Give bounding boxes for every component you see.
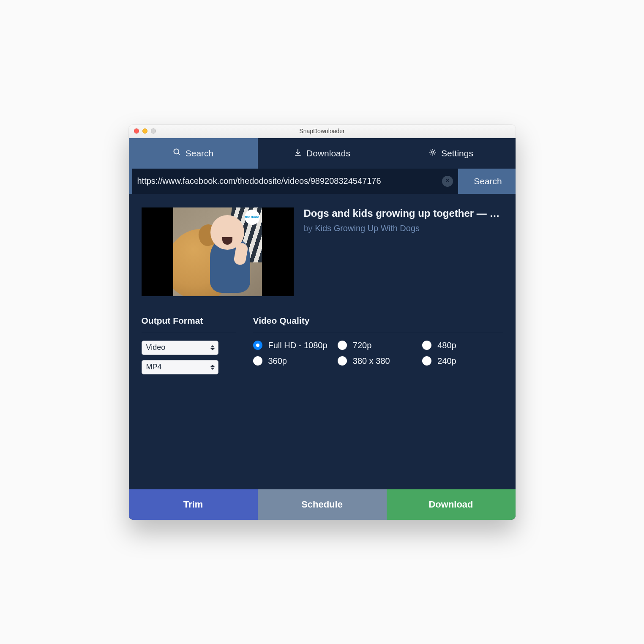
main-tabs: Search Downloads Settings [129,138,516,169]
output-format-column: Output Format Video MP4 [142,316,236,379]
quality-option[interactable]: 380 x 380 [338,356,418,366]
clear-url-button[interactable] [442,176,453,187]
trim-button[interactable]: Trim [129,489,258,520]
format-container-select[interactable]: MP4 [142,360,218,374]
tab-search[interactable]: Search [129,138,258,169]
quality-option-label: 380 x 380 [353,356,390,366]
search-button-label: Search [474,176,502,186]
trim-button-label: Trim [183,499,203,510]
format-type-select[interactable]: Video [142,341,218,355]
tab-settings[interactable]: Settings [387,138,516,169]
video-quality-heading: Video Quality [253,316,503,332]
quality-option[interactable]: Full HD - 1080p [253,341,333,350]
tab-downloads-label: Downloads [306,148,350,158]
svg-line-1 [178,153,180,155]
quality-option[interactable]: 480p [422,341,502,350]
maximize-window-button[interactable] [151,128,156,134]
app-body: Search the dodo [129,169,516,520]
quality-option-label: 360p [268,356,287,366]
schedule-button-label: Schedule [301,499,343,510]
url-input-container [132,169,458,194]
radio-icon [253,356,262,366]
video-quality-column: Video Quality Full HD - 1080p720p480p360… [253,316,503,379]
url-searchbar: Search [129,169,516,194]
minimize-window-button[interactable] [142,128,147,134]
download-button-label: Download [428,499,473,510]
window-title: SnapDownloader [129,128,516,134]
radio-icon [338,341,347,350]
radio-icon [338,356,347,366]
output-format-heading: Output Format [142,316,236,332]
video-thumbnail: the dodo [142,207,294,296]
download-icon [294,148,302,158]
format-type-value: Video [146,343,166,352]
quality-option-label: 720p [353,341,372,350]
gear-icon [428,148,437,158]
quality-option[interactable]: 240p [422,356,502,366]
options-row: Output Format Video MP4 Video Quality Fu… [142,316,503,379]
tab-downloads[interactable]: Downloads [258,138,387,169]
video-preview-row: the dodo Dogs and kids growing up togeth… [142,207,503,296]
format-container-value: MP4 [146,363,162,371]
radio-icon [422,341,431,350]
close-window-button[interactable] [134,128,139,134]
video-author: Kids Growing Up With Dogs [315,224,420,233]
titlebar: SnapDownloader [129,125,516,138]
thumbnail-image: the dodo [173,207,262,296]
tab-settings-label: Settings [441,148,473,158]
download-button[interactable]: Download [387,489,516,520]
video-title: Dogs and kids growing up together — this… [304,207,503,219]
quality-option[interactable]: 720p [338,341,418,350]
video-metadata: Dogs and kids growing up together — this… [304,207,503,296]
svg-point-0 [174,149,179,154]
search-button[interactable]: Search [461,169,516,194]
quality-radio-group: Full HD - 1080p720p480p360p380 x 380240p [253,341,503,366]
radio-icon [253,341,262,350]
quality-option[interactable]: 360p [253,356,333,366]
thumbnail-logo-badge: the dodo [245,210,260,225]
schedule-button[interactable]: Schedule [258,489,387,520]
content-area: the dodo Dogs and kids growing up togeth… [129,194,516,489]
quality-option-label: 240p [437,356,456,366]
quality-option-label: 480p [437,341,456,350]
video-author-line: by Kids Growing Up With Dogs [304,224,503,233]
chevron-updown-icon [210,345,215,350]
close-icon [445,177,450,185]
radio-icon [422,356,431,366]
window-controls [134,128,156,134]
author-prefix: by [304,224,315,233]
quality-option-label: Full HD - 1080p [268,341,327,350]
chevron-updown-icon [210,365,215,370]
search-icon [173,148,181,158]
app-window: SnapDownloader Search Downloads Settings [129,125,516,520]
svg-point-2 [431,151,434,153]
url-input[interactable] [137,176,442,186]
tab-search-label: Search [186,148,214,158]
footer-actions: Trim Schedule Download [129,489,516,520]
